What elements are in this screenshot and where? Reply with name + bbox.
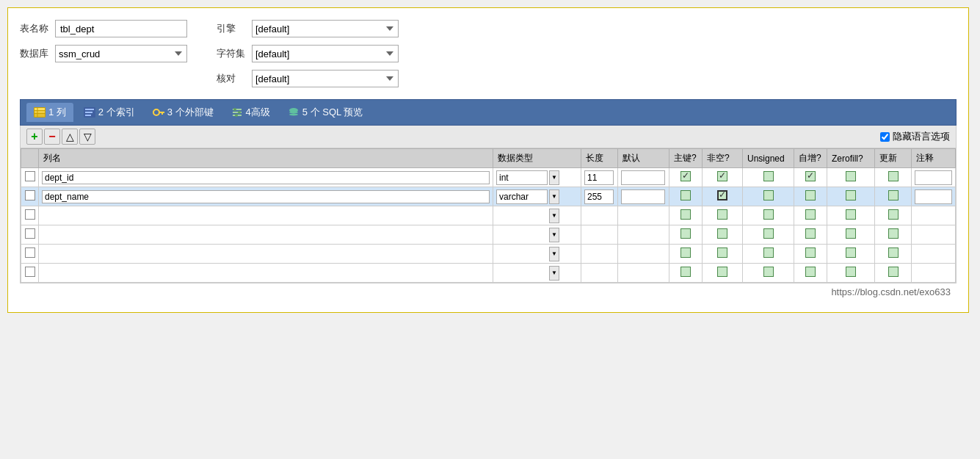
row4-pk[interactable]: [680, 228, 691, 239]
row5-update[interactable]: [888, 247, 899, 258]
row1-unsigned-cell[interactable]: [743, 168, 794, 187]
row6-type-input[interactable]: [496, 266, 548, 281]
row5-type-arrow[interactable]: ▼: [549, 247, 559, 261]
hide-lang-label[interactable]: 隐藏语言选项: [893, 130, 950, 143]
row1-checkbox[interactable]: [25, 171, 35, 181]
row5-pk[interactable]: [680, 247, 691, 258]
row5-type-input[interactable]: [496, 247, 548, 261]
row6-notnull[interactable]: [717, 267, 727, 277]
row1-unsigned-checkbox[interactable]: [763, 171, 774, 181]
tab-foreign-keys[interactable]: 3 个外部键: [145, 103, 221, 122]
row2-type-arrow[interactable]: ▼: [549, 189, 559, 204]
row1-pk-cell[interactable]: [669, 168, 703, 187]
row1-type-input[interactable]: [496, 170, 548, 185]
row4-zerofill[interactable]: [846, 228, 856, 239]
engine-select[interactable]: [default]: [252, 20, 399, 37]
row6-checkbox[interactable]: [25, 267, 35, 277]
row2-comment-input[interactable]: [915, 189, 952, 204]
row1-length-cell[interactable]: [581, 168, 618, 187]
row1-pk-checkbox[interactable]: [680, 171, 691, 181]
row2-zerofill-checkbox[interactable]: [846, 190, 856, 200]
collation-select[interactable]: [default]: [252, 70, 399, 87]
row2-update-cell[interactable]: [875, 187, 912, 206]
row2-check-cell[interactable]: [21, 187, 39, 206]
row2-default-input[interactable]: [621, 189, 665, 204]
row1-notnull-checkbox[interactable]: [717, 171, 727, 181]
row4-update[interactable]: [888, 228, 899, 239]
row1-comment-input[interactable]: [915, 170, 952, 185]
row2-update-checkbox[interactable]: [888, 190, 899, 200]
tab-indexes[interactable]: 2 个索引: [76, 103, 142, 122]
row2-pk-checkbox[interactable]: [680, 190, 691, 200]
row1-update-cell[interactable]: [875, 168, 912, 187]
row2-type-cell[interactable]: ▼: [493, 187, 581, 206]
row3-zerofill[interactable]: [846, 209, 856, 220]
row2-comment-cell[interactable]: [912, 187, 956, 206]
row6-autoinc[interactable]: [805, 267, 816, 277]
row5-notnull[interactable]: [717, 247, 727, 258]
row5-autoinc[interactable]: [805, 247, 816, 258]
row5-checkbox[interactable]: [25, 247, 35, 258]
row2-type-input[interactable]: [496, 189, 548, 204]
row2-autoinc-cell[interactable]: [794, 187, 827, 206]
hide-lang-checkbox[interactable]: [880, 132, 890, 142]
row2-zerofill-cell[interactable]: [827, 187, 875, 206]
row1-zerofill-cell[interactable]: [827, 168, 875, 187]
row6-type-arrow[interactable]: ▼: [549, 266, 559, 281]
row4-autoinc[interactable]: [805, 228, 816, 239]
row1-autoinc-checkbox[interactable]: [805, 171, 816, 181]
move-down-button[interactable]: ▽: [79, 129, 95, 145]
database-select[interactable]: ssm_crud: [55, 45, 187, 62]
row1-name-cell[interactable]: [39, 168, 493, 187]
row2-autoinc-checkbox[interactable]: [805, 190, 816, 200]
row5-unsigned[interactable]: [763, 247, 774, 258]
row3-update[interactable]: [888, 209, 899, 220]
move-up-button[interactable]: △: [62, 129, 78, 145]
row1-name-input[interactable]: [42, 171, 490, 184]
tab-columns[interactable]: 1 列: [26, 103, 73, 122]
row2-name-input[interactable]: [42, 190, 490, 203]
charset-select[interactable]: [default]: [252, 45, 399, 62]
tab-advanced[interactable]: 4高级: [224, 103, 277, 122]
row3-autoinc[interactable]: [805, 209, 816, 220]
row3-type-input[interactable]: [496, 209, 548, 223]
row6-pk[interactable]: [680, 267, 691, 277]
row2-unsigned-checkbox[interactable]: [763, 190, 774, 200]
row2-notnull-cell[interactable]: [703, 187, 743, 206]
row4-type-arrow[interactable]: ▼: [549, 228, 559, 242]
row3-pk[interactable]: [680, 209, 691, 220]
row3-checkbox[interactable]: [25, 209, 35, 220]
row1-type-arrow[interactable]: ▼: [549, 170, 559, 185]
add-row-button[interactable]: +: [26, 129, 43, 145]
row1-autoinc-cell[interactable]: [794, 168, 827, 187]
row2-notnull-checkbox[interactable]: [717, 190, 727, 200]
row2-pk-cell[interactable]: [669, 187, 703, 206]
row6-zerofill[interactable]: [846, 267, 856, 277]
row3-type-arrow[interactable]: ▼: [549, 209, 559, 223]
row6-update[interactable]: [888, 267, 899, 277]
row1-default-input[interactable]: [621, 170, 665, 185]
row1-type-cell[interactable]: ▼: [493, 168, 581, 187]
row4-unsigned[interactable]: [763, 228, 774, 239]
row5-zerofill[interactable]: [846, 247, 856, 258]
row1-zerofill-checkbox[interactable]: [846, 171, 856, 181]
tab-sql-preview[interactable]: 5 个 SQL 预览: [280, 103, 371, 122]
row1-comment-cell[interactable]: [912, 168, 956, 187]
row1-notnull-cell[interactable]: [703, 168, 743, 187]
row2-default-cell[interactable]: [618, 187, 669, 206]
row2-length-cell[interactable]: [581, 187, 618, 206]
row2-length-input[interactable]: [584, 189, 614, 204]
row2-checkbox[interactable]: [25, 190, 35, 200]
row3-unsigned[interactable]: [763, 209, 774, 220]
table-name-input[interactable]: [55, 20, 187, 37]
row3-name-input[interactable]: [42, 210, 490, 222]
row4-notnull[interactable]: [717, 228, 727, 239]
row2-name-cell[interactable]: [39, 187, 493, 206]
row1-length-input[interactable]: [584, 170, 614, 185]
row6-unsigned[interactable]: [763, 267, 774, 277]
row4-checkbox[interactable]: [25, 228, 35, 239]
row3-notnull[interactable]: [717, 209, 727, 220]
remove-row-button[interactable]: −: [44, 129, 60, 145]
row4-type-input[interactable]: [496, 228, 548, 242]
row1-default-cell[interactable]: [618, 168, 669, 187]
